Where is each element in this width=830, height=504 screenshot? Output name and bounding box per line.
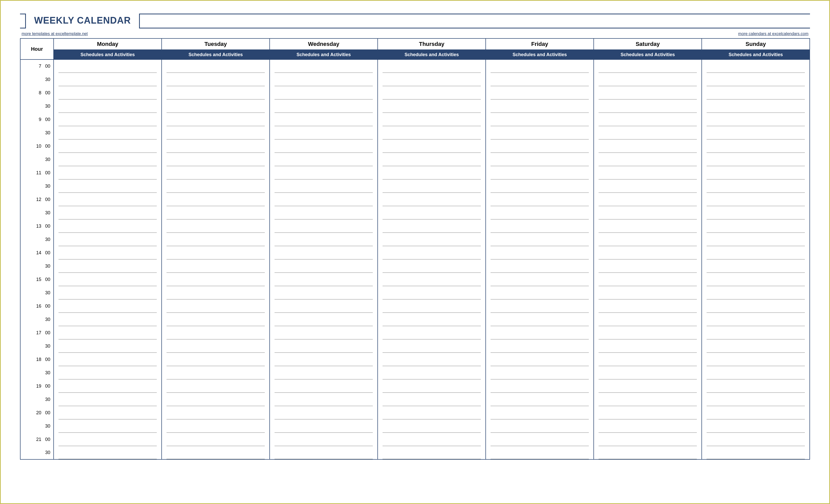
schedule-slot[interactable] xyxy=(54,446,162,460)
schedule-slot[interactable] xyxy=(702,86,810,99)
schedule-slot[interactable] xyxy=(270,206,378,220)
schedule-slot[interactable] xyxy=(594,206,702,220)
schedule-slot[interactable] xyxy=(270,179,378,193)
schedule-slot[interactable] xyxy=(162,139,270,153)
schedule-slot[interactable] xyxy=(378,193,486,206)
schedule-slot[interactable] xyxy=(270,393,378,406)
schedule-slot[interactable] xyxy=(270,286,378,299)
schedule-slot[interactable] xyxy=(594,113,702,126)
schedule-slot[interactable] xyxy=(54,313,162,326)
schedule-slot[interactable] xyxy=(54,406,162,419)
schedule-slot[interactable] xyxy=(594,393,702,406)
schedule-slot[interactable] xyxy=(594,193,702,206)
schedule-slot[interactable] xyxy=(54,166,162,179)
schedule-slot[interactable] xyxy=(486,419,594,433)
schedule-slot[interactable] xyxy=(594,179,702,193)
schedule-slot[interactable] xyxy=(162,299,270,313)
schedule-slot[interactable] xyxy=(594,339,702,353)
schedule-slot[interactable] xyxy=(702,139,810,153)
schedule-slot[interactable] xyxy=(486,286,594,299)
schedule-slot[interactable] xyxy=(162,273,270,286)
schedule-slot[interactable] xyxy=(54,379,162,393)
schedule-slot[interactable] xyxy=(270,339,378,353)
schedule-slot[interactable] xyxy=(594,353,702,366)
more-templates-link[interactable]: more templates at exceltemplate.net xyxy=(22,32,88,36)
schedule-slot[interactable] xyxy=(702,179,810,193)
schedule-slot[interactable] xyxy=(378,153,486,166)
schedule-slot[interactable] xyxy=(486,446,594,460)
schedule-slot[interactable] xyxy=(486,233,594,246)
schedule-slot[interactable] xyxy=(486,433,594,446)
schedule-slot[interactable] xyxy=(378,366,486,379)
schedule-slot[interactable] xyxy=(162,246,270,260)
schedule-slot[interactable] xyxy=(162,193,270,206)
schedule-slot[interactable] xyxy=(594,139,702,153)
schedule-slot[interactable] xyxy=(702,126,810,139)
schedule-slot[interactable] xyxy=(162,260,270,273)
schedule-slot[interactable] xyxy=(594,379,702,393)
schedule-slot[interactable] xyxy=(702,166,810,179)
schedule-slot[interactable] xyxy=(54,179,162,193)
schedule-slot[interactable] xyxy=(486,60,594,73)
schedule-slot[interactable] xyxy=(270,246,378,260)
schedule-slot[interactable] xyxy=(594,73,702,86)
schedule-slot[interactable] xyxy=(594,446,702,460)
schedule-slot[interactable] xyxy=(702,353,810,366)
schedule-slot[interactable] xyxy=(270,379,378,393)
schedule-slot[interactable] xyxy=(270,233,378,246)
schedule-slot[interactable] xyxy=(162,433,270,446)
schedule-slot[interactable] xyxy=(594,246,702,260)
schedule-slot[interactable] xyxy=(270,86,378,99)
schedule-slot[interactable] xyxy=(378,206,486,220)
schedule-slot[interactable] xyxy=(486,379,594,393)
schedule-slot[interactable] xyxy=(702,313,810,326)
schedule-slot[interactable] xyxy=(702,366,810,379)
schedule-slot[interactable] xyxy=(270,406,378,419)
schedule-slot[interactable] xyxy=(270,193,378,206)
schedule-slot[interactable] xyxy=(594,60,702,73)
schedule-slot[interactable] xyxy=(378,406,486,419)
schedule-slot[interactable] xyxy=(54,73,162,86)
schedule-slot[interactable] xyxy=(486,139,594,153)
schedule-slot[interactable] xyxy=(378,60,486,73)
schedule-slot[interactable] xyxy=(162,339,270,353)
schedule-slot[interactable] xyxy=(162,406,270,419)
schedule-slot[interactable] xyxy=(270,220,378,233)
schedule-slot[interactable] xyxy=(270,419,378,433)
schedule-slot[interactable] xyxy=(594,433,702,446)
schedule-slot[interactable] xyxy=(378,246,486,260)
schedule-slot[interactable] xyxy=(486,366,594,379)
schedule-slot[interactable] xyxy=(270,166,378,179)
schedule-slot[interactable] xyxy=(702,113,810,126)
schedule-slot[interactable] xyxy=(594,273,702,286)
schedule-slot[interactable] xyxy=(54,220,162,233)
schedule-slot[interactable] xyxy=(702,326,810,339)
schedule-slot[interactable] xyxy=(702,379,810,393)
schedule-slot[interactable] xyxy=(54,299,162,313)
schedule-slot[interactable] xyxy=(594,286,702,299)
schedule-slot[interactable] xyxy=(594,313,702,326)
schedule-slot[interactable] xyxy=(54,99,162,113)
schedule-slot[interactable] xyxy=(270,313,378,326)
schedule-slot[interactable] xyxy=(378,446,486,460)
schedule-slot[interactable] xyxy=(594,366,702,379)
schedule-slot[interactable] xyxy=(162,113,270,126)
schedule-slot[interactable] xyxy=(54,193,162,206)
schedule-slot[interactable] xyxy=(486,246,594,260)
schedule-slot[interactable] xyxy=(162,379,270,393)
schedule-slot[interactable] xyxy=(378,113,486,126)
schedule-slot[interactable] xyxy=(594,126,702,139)
schedule-slot[interactable] xyxy=(702,246,810,260)
schedule-slot[interactable] xyxy=(486,153,594,166)
schedule-slot[interactable] xyxy=(702,193,810,206)
schedule-slot[interactable] xyxy=(54,153,162,166)
schedule-slot[interactable] xyxy=(378,433,486,446)
schedule-slot[interactable] xyxy=(54,393,162,406)
schedule-slot[interactable] xyxy=(486,220,594,233)
schedule-slot[interactable] xyxy=(702,233,810,246)
schedule-slot[interactable] xyxy=(702,393,810,406)
schedule-slot[interactable] xyxy=(702,73,810,86)
schedule-slot[interactable] xyxy=(270,139,378,153)
schedule-slot[interactable] xyxy=(54,260,162,273)
schedule-slot[interactable] xyxy=(702,433,810,446)
